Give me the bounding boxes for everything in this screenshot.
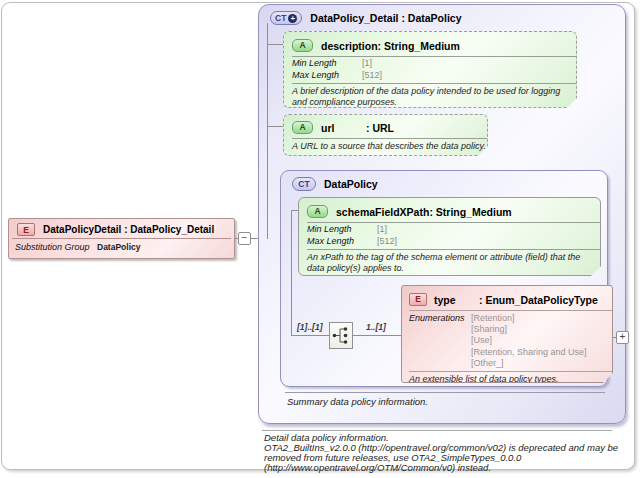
connector-line: [291, 335, 329, 336]
fact-value: [1]: [377, 224, 387, 235]
fact-row: Max Length [512]: [284, 69, 576, 81]
footer-doc: Detail data policy information. OTA2_Bui…: [264, 433, 618, 473]
enum-value: [Sharing]: [471, 324, 587, 335]
attribute-name: schemaFieldXPath: [336, 206, 429, 218]
element-box-datapolicydetail[interactable]: E DataPolicyDetail : DataPolicy_Detail S…: [8, 218, 235, 259]
plus-icon: +: [288, 14, 297, 23]
schema-diagram: E DataPolicyDetail : DataPolicy_Detail S…: [0, 0, 644, 478]
attribute-type: : String_Medium: [378, 40, 460, 52]
attribute-name: url: [321, 122, 366, 134]
fact-label: Max Length: [307, 236, 377, 247]
fact-value: [512]: [377, 236, 397, 247]
element-e-icon: E: [409, 293, 427, 306]
complextype-extension-icon: CT+: [270, 11, 302, 25]
element-box-type[interactable]: E type: Enum_DataPolicyType Enumerations…: [401, 285, 613, 383]
attribute-type: : URL: [366, 122, 394, 134]
enum-value: [Retention]: [471, 313, 587, 324]
attribute-header: A description: String_Medium: [284, 32, 576, 56]
attribute-box-url[interactable]: A url: URL A URL to a source that descri…: [283, 114, 488, 156]
enum-value: [Retention, Sharing and Use]: [471, 347, 587, 358]
ct-label: CT: [275, 13, 286, 23]
summary-doc: Summary data policy information.: [287, 396, 428, 407]
fact-row: Max Length [512]: [299, 235, 600, 247]
attribute-box-schemafieldxpath[interactable]: A schemaFieldXPath: String_Medium Min Le…: [298, 197, 601, 276]
collapse-toggle-icon[interactable]: −: [238, 232, 251, 245]
enumerations-row: Enumerations [Retention] [Sharing] [Use]…: [402, 311, 612, 369]
element-name: type: [434, 294, 479, 306]
enumerations-label: Enumerations: [409, 313, 471, 324]
main-title: DataPolicy_Detail : DataPolicy: [310, 12, 461, 24]
connector-stub: [267, 126, 283, 127]
fact-value: [1]: [362, 58, 372, 69]
attribute-a-icon: A: [307, 205, 328, 218]
fact-row: Min Length [1]: [284, 57, 576, 69]
connector-trunk: [291, 210, 292, 336]
attribute-doc: A URL to a source that describes the dat…: [284, 139, 487, 155]
attribute-doc: A brief description of the data policy i…: [284, 84, 576, 108]
connector-stub: [291, 210, 298, 211]
attribute-doc: An xPath to the tag of the schema elemen…: [299, 250, 600, 276]
type-header: E type: Enum_DataPolicyType: [402, 286, 612, 310]
fact-row: Min Length [1]: [299, 223, 600, 235]
datapolicy-title: DataPolicy: [324, 178, 378, 190]
fact-value: [512]: [362, 70, 382, 81]
attribute-a-icon: A: [292, 39, 313, 52]
attribute-a-icon: A: [292, 121, 313, 134]
footer-doc-line: (http://www.opentravel.org/OTM/Common/v0…: [264, 463, 618, 473]
attribute-header: A schemaFieldXPath: String_Medium: [299, 198, 600, 222]
substitution-group-value: DataPolicy: [97, 241, 140, 253]
element-type: : Enum_DataPolicyType: [479, 294, 598, 306]
connector-trunk: [267, 23, 268, 239]
cardinality-label-left: [1]..[1]: [297, 322, 323, 332]
datapolicy-header: CT DataPolicy: [284, 173, 386, 193]
enum-value: [Use]: [471, 335, 587, 346]
enumeration-values: [Retention] [Sharing] [Use] [Retention, …: [471, 313, 587, 369]
element-e-icon: E: [17, 223, 35, 236]
fact-label: Min Length: [292, 58, 362, 69]
substitution-group-row: Substitution Group DataPolicy: [9, 239, 234, 253]
divider: [262, 430, 612, 431]
substitution-group-label: Substitution Group: [15, 241, 97, 253]
attribute-type: : String_Medium: [429, 206, 511, 218]
sequence-compositor-icon[interactable]: [329, 322, 353, 349]
attribute-header: A url: URL: [284, 115, 487, 138]
expand-toggle-icon[interactable]: +: [616, 331, 629, 344]
fact-label: Max Length: [292, 70, 362, 81]
element-header: E DataPolicyDetail : DataPolicy_Detail: [9, 219, 234, 238]
connector-stub: [267, 44, 283, 45]
complextype-icon: CT: [292, 177, 316, 191]
type-doc: An extensible list of data policy types.: [402, 372, 612, 383]
divider: [285, 392, 605, 393]
connector-line: [353, 335, 401, 336]
element-title: DataPolicyDetail : DataPolicy_Detail: [43, 224, 214, 235]
cardinality-label-right: 1..[1]: [366, 322, 386, 332]
main-header: CT+ DataPolicy_Detail : DataPolicy: [262, 7, 470, 27]
fact-label: Min Length: [307, 224, 377, 235]
enum-value: [Other_]: [471, 358, 587, 369]
attribute-box-description[interactable]: A description: String_Medium Min Length …: [283, 31, 577, 108]
attribute-name: description: [321, 40, 378, 52]
